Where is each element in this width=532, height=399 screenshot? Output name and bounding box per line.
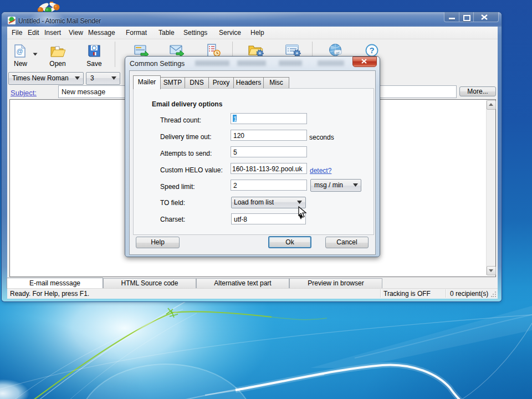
svg-text:?: ? bbox=[369, 45, 374, 55]
svg-text:@: @ bbox=[16, 48, 23, 55]
svg-text:url: url bbox=[336, 51, 339, 54]
